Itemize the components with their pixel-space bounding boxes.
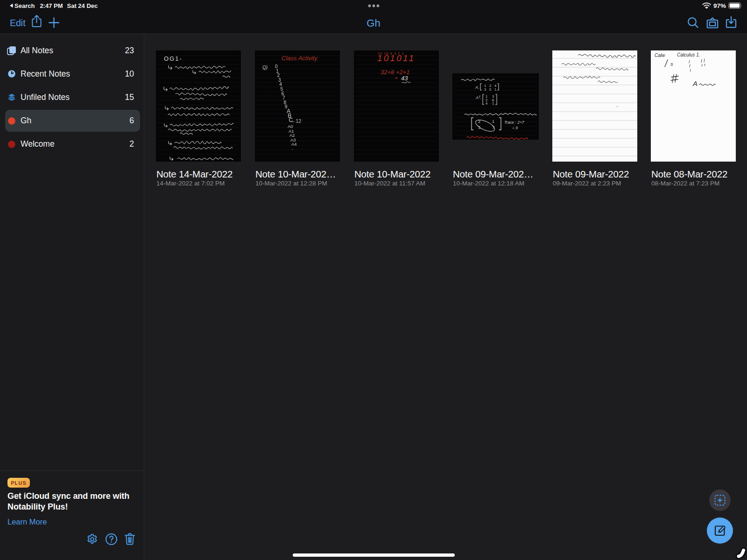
svg-text:= 9: = 9 [512, 126, 518, 130]
svg-text:OG1-: OG1- [164, 55, 183, 62]
svg-text:Aᵀ.: Aᵀ. [475, 95, 481, 100]
svg-text:s: s [670, 61, 673, 67]
svg-text:1: 1 [492, 119, 494, 124]
svg-text:1: 1 [492, 101, 494, 106]
svg-text:101011: 101011 [377, 53, 415, 63]
svg-text:Trace : 2+7: Trace : 2+7 [504, 120, 524, 125]
svg-text:– 12: – 12 [291, 118, 301, 124]
svg-text:Q): Q) [262, 65, 268, 70]
svg-text:1: 1 [494, 87, 496, 92]
svg-text:0: 0 [489, 87, 491, 92]
svg-text:Calw: Calw [655, 53, 665, 58]
svg-text:A.: A. [475, 85, 479, 90]
svg-text:4: 4 [486, 101, 487, 106]
svg-text:Calculus 1.: Calculus 1. [677, 52, 700, 57]
svg-text:3: 3 [484, 87, 486, 92]
svg-text:=: = [395, 76, 398, 81]
svg-text:A: A [692, 79, 698, 87]
svg-text:Class Activity: Class Activity [282, 55, 318, 62]
svg-text:43: 43 [401, 75, 408, 82]
svg-text:A4: A4 [291, 142, 297, 147]
